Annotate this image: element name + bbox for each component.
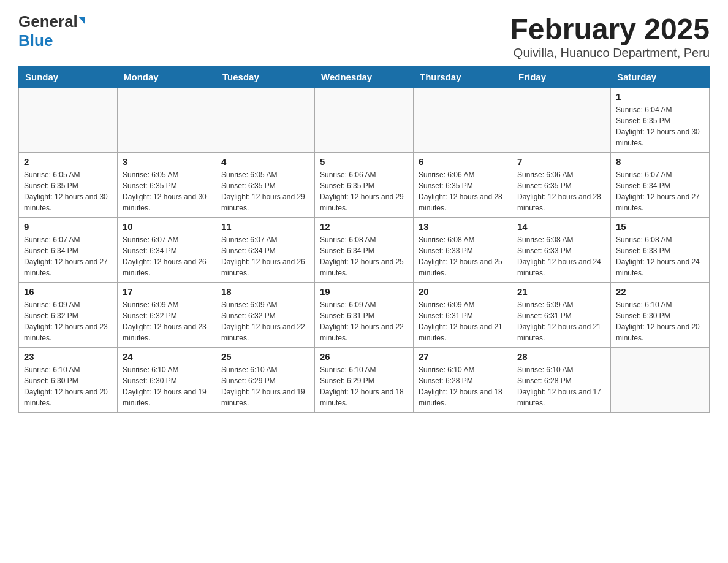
day-info: Sunrise: 6:08 AMSunset: 6:33 PMDaylight:… [616, 234, 704, 278]
table-row [611, 348, 710, 413]
day-info: Sunrise: 6:07 AMSunset: 6:34 PMDaylight:… [123, 234, 211, 278]
logo-arrow-icon [78, 17, 85, 25]
table-row: 23Sunrise: 6:10 AMSunset: 6:30 PMDayligh… [19, 348, 118, 413]
table-row [315, 88, 414, 153]
day-info: Sunrise: 6:10 AMSunset: 6:29 PMDaylight:… [320, 364, 408, 408]
day-info: Sunrise: 6:09 AMSunset: 6:31 PMDaylight:… [320, 299, 408, 343]
day-number: 19 [320, 286, 408, 297]
day-number: 8 [616, 156, 704, 167]
day-info: Sunrise: 6:08 AMSunset: 6:33 PMDaylight:… [517, 234, 605, 278]
calendar-header: Sunday Monday Tuesday Wednesday Thursday… [19, 67, 710, 88]
day-number: 21 [517, 286, 605, 297]
day-number: 13 [419, 221, 507, 232]
day-info: Sunrise: 6:10 AMSunset: 6:29 PMDaylight:… [221, 364, 309, 408]
day-info: Sunrise: 6:09 AMSunset: 6:31 PMDaylight:… [419, 299, 507, 343]
calendar-body: 1Sunrise: 6:04 AMSunset: 6:35 PMDaylight… [19, 88, 710, 413]
table-row: 14Sunrise: 6:08 AMSunset: 6:33 PMDayligh… [512, 218, 611, 283]
day-number: 28 [517, 351, 605, 362]
day-number: 27 [419, 351, 507, 362]
day-number: 22 [616, 286, 704, 297]
day-number: 23 [24, 351, 112, 362]
table-row: 27Sunrise: 6:10 AMSunset: 6:28 PMDayligh… [414, 348, 512, 413]
page-header: General Blue February 2025 Quivilla, Hua… [18, 12, 710, 60]
table-row: 2Sunrise: 6:05 AMSunset: 6:35 PMDaylight… [19, 153, 118, 218]
day-info: Sunrise: 6:07 AMSunset: 6:34 PMDaylight:… [616, 169, 704, 213]
table-row: 17Sunrise: 6:09 AMSunset: 6:32 PMDayligh… [118, 283, 216, 348]
table-row: 25Sunrise: 6:10 AMSunset: 6:29 PMDayligh… [216, 348, 315, 413]
table-row: 6Sunrise: 6:06 AMSunset: 6:35 PMDaylight… [414, 153, 512, 218]
table-row: 1Sunrise: 6:04 AMSunset: 6:35 PMDaylight… [611, 88, 710, 153]
day-number: 20 [419, 286, 507, 297]
table-row: 19Sunrise: 6:09 AMSunset: 6:31 PMDayligh… [315, 283, 414, 348]
day-number: 24 [123, 351, 211, 362]
day-info: Sunrise: 6:07 AMSunset: 6:34 PMDaylight:… [221, 234, 309, 278]
week-row-5: 23Sunrise: 6:10 AMSunset: 6:30 PMDayligh… [19, 348, 710, 413]
table-row: 12Sunrise: 6:08 AMSunset: 6:34 PMDayligh… [315, 218, 414, 283]
logo-general-text: General [18, 12, 78, 31]
day-info: Sunrise: 6:08 AMSunset: 6:33 PMDaylight:… [419, 234, 507, 278]
table-row: 7Sunrise: 6:06 AMSunset: 6:35 PMDaylight… [512, 153, 611, 218]
day-number: 2 [24, 156, 112, 167]
table-row: 10Sunrise: 6:07 AMSunset: 6:34 PMDayligh… [118, 218, 216, 283]
day-number: 4 [221, 156, 309, 167]
day-number: 1 [616, 91, 704, 102]
table-row: 20Sunrise: 6:09 AMSunset: 6:31 PMDayligh… [414, 283, 512, 348]
table-row: 24Sunrise: 6:10 AMSunset: 6:30 PMDayligh… [118, 348, 216, 413]
day-number: 7 [517, 156, 605, 167]
day-number: 10 [123, 221, 211, 232]
day-number: 25 [221, 351, 309, 362]
table-row [19, 88, 118, 153]
calendar-title: February 2025 [510, 12, 710, 46]
day-number: 5 [320, 156, 408, 167]
week-row-4: 16Sunrise: 6:09 AMSunset: 6:32 PMDayligh… [19, 283, 710, 348]
day-info: Sunrise: 6:09 AMSunset: 6:32 PMDaylight:… [24, 299, 112, 343]
table-row: 16Sunrise: 6:09 AMSunset: 6:32 PMDayligh… [19, 283, 118, 348]
table-row [512, 88, 611, 153]
table-row [216, 88, 315, 153]
title-block: February 2025 Quivilla, Huanuco Departme… [510, 12, 710, 60]
logo-blue-text: Blue [18, 31, 53, 50]
table-row: 15Sunrise: 6:08 AMSunset: 6:33 PMDayligh… [611, 218, 710, 283]
day-info: Sunrise: 6:06 AMSunset: 6:35 PMDaylight:… [320, 169, 408, 213]
day-info: Sunrise: 6:09 AMSunset: 6:31 PMDaylight:… [517, 299, 605, 343]
header-sunday: Sunday [19, 67, 118, 88]
day-info: Sunrise: 6:06 AMSunset: 6:35 PMDaylight:… [419, 169, 507, 213]
table-row: 3Sunrise: 6:05 AMSunset: 6:35 PMDaylight… [118, 153, 216, 218]
table-row: 22Sunrise: 6:10 AMSunset: 6:30 PMDayligh… [611, 283, 710, 348]
week-row-2: 2Sunrise: 6:05 AMSunset: 6:35 PMDaylight… [19, 153, 710, 218]
day-number: 9 [24, 221, 112, 232]
week-row-3: 9Sunrise: 6:07 AMSunset: 6:34 PMDaylight… [19, 218, 710, 283]
table-row: 4Sunrise: 6:05 AMSunset: 6:35 PMDaylight… [216, 153, 315, 218]
header-thursday: Thursday [414, 67, 512, 88]
table-row [414, 88, 512, 153]
day-number: 17 [123, 286, 211, 297]
day-info: Sunrise: 6:10 AMSunset: 6:30 PMDaylight:… [123, 364, 211, 408]
day-info: Sunrise: 6:10 AMSunset: 6:30 PMDaylight:… [24, 364, 112, 408]
table-row: 11Sunrise: 6:07 AMSunset: 6:34 PMDayligh… [216, 218, 315, 283]
table-row: 9Sunrise: 6:07 AMSunset: 6:34 PMDaylight… [19, 218, 118, 283]
logo: General Blue [18, 12, 85, 50]
week-row-1: 1Sunrise: 6:04 AMSunset: 6:35 PMDaylight… [19, 88, 710, 153]
header-monday: Monday [118, 67, 216, 88]
day-info: Sunrise: 6:10 AMSunset: 6:28 PMDaylight:… [517, 364, 605, 408]
day-info: Sunrise: 6:04 AMSunset: 6:35 PMDaylight:… [616, 104, 704, 148]
day-info: Sunrise: 6:10 AMSunset: 6:30 PMDaylight:… [616, 299, 704, 343]
table-row: 26Sunrise: 6:10 AMSunset: 6:29 PMDayligh… [315, 348, 414, 413]
day-number: 12 [320, 221, 408, 232]
day-info: Sunrise: 6:05 AMSunset: 6:35 PMDaylight:… [221, 169, 309, 213]
table-row: 18Sunrise: 6:09 AMSunset: 6:32 PMDayligh… [216, 283, 315, 348]
day-info: Sunrise: 6:09 AMSunset: 6:32 PMDaylight:… [221, 299, 309, 343]
table-row: 8Sunrise: 6:07 AMSunset: 6:34 PMDaylight… [611, 153, 710, 218]
day-info: Sunrise: 6:06 AMSunset: 6:35 PMDaylight:… [517, 169, 605, 213]
day-info: Sunrise: 6:08 AMSunset: 6:34 PMDaylight:… [320, 234, 408, 278]
table-row: 28Sunrise: 6:10 AMSunset: 6:28 PMDayligh… [512, 348, 611, 413]
header-wednesday: Wednesday [315, 67, 414, 88]
table-row: 5Sunrise: 6:06 AMSunset: 6:35 PMDaylight… [315, 153, 414, 218]
day-number: 18 [221, 286, 309, 297]
day-number: 3 [123, 156, 211, 167]
weekday-header-row: Sunday Monday Tuesday Wednesday Thursday… [19, 67, 710, 88]
calendar-table: Sunday Monday Tuesday Wednesday Thursday… [18, 66, 710, 413]
day-info: Sunrise: 6:09 AMSunset: 6:32 PMDaylight:… [123, 299, 211, 343]
header-tuesday: Tuesday [216, 67, 315, 88]
day-number: 6 [419, 156, 507, 167]
